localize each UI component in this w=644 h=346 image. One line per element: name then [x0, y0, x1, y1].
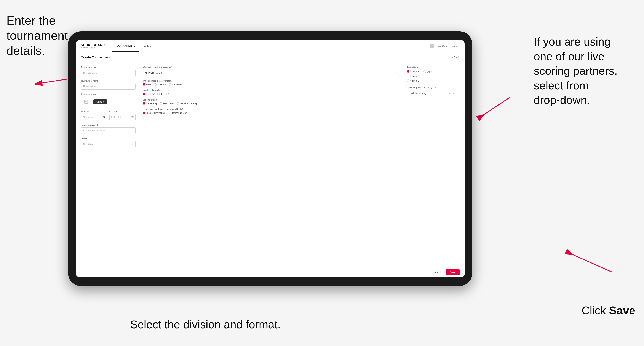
round-1[interactable]: 1: [143, 93, 148, 95]
radio-teams: [143, 112, 145, 114]
navbar-tabs: TOURNAMENTS TEAMS: [112, 40, 154, 52]
round-2[interactable]: 2: [150, 93, 155, 95]
save-button[interactable]: Save: [446, 269, 460, 275]
radio-round-4: [164, 93, 167, 95]
calendar-icon-2: 📅: [131, 116, 134, 119]
division-select[interactable]: NCAA Division I: [143, 70, 400, 76]
event-type-radio-group: Teams (+Individuals) Individuals Only: [143, 112, 400, 114]
radio-round-3: [157, 93, 160, 95]
date-group: Start date Pick a date 📅 End date Pick a…: [81, 111, 136, 120]
svg-point-6: [85, 101, 86, 102]
arrow-topright: [471, 93, 514, 136]
navbar: SCOREBOARD Powered by clippit TOURNAMENT…: [76, 40, 465, 52]
logo-upload-area: Upload: [81, 97, 136, 107]
tablet-screen: SCOREBOARD Powered by clippit TOURNAMENT…: [76, 40, 465, 277]
venue-placeholder: Search golf club: [83, 143, 100, 145]
live-scoring-value: Leaderboard King: [409, 92, 426, 95]
date-row: Start date Pick a date 📅 End date Pick a…: [81, 111, 136, 120]
live-scoring-label: Use third-party live scoring API?: [407, 86, 456, 89]
radio-medal-match-play: [176, 102, 179, 105]
round-4[interactable]: 4: [164, 93, 169, 95]
format-other-option: Other: [424, 70, 432, 82]
dropdown-icon[interactable]: ▾: [453, 92, 454, 95]
content-area: Create Tournament ‹ Back Tournament Host…: [76, 52, 465, 267]
radio-stroke-play: [143, 102, 145, 105]
division-label: Which division is the event for?: [143, 66, 400, 69]
tournament-host-group: Tournament Host Search team: [81, 66, 136, 76]
start-date-input[interactable]: Pick a date 📅: [81, 114, 107, 120]
page-header: Create Tournament ‹ Back: [76, 52, 465, 62]
name-label: Tournament name: [81, 80, 136, 82]
live-scoring-group: Use third-party live scoring API? Leader…: [407, 86, 456, 96]
cancel-button[interactable]: Cancel: [430, 269, 444, 275]
logo-label: Tournament logo: [81, 93, 136, 95]
end-date-placeholder: Pick a date: [111, 116, 122, 119]
rounds-label: Number of rounds: [143, 89, 400, 92]
radio-6count4: [407, 75, 410, 77]
signout-link[interactable]: Sign out: [451, 45, 460, 47]
sponsor-label: Sponsor (optional): [81, 124, 136, 126]
round-3[interactable]: 3: [157, 93, 162, 95]
separator: |: [452, 92, 452, 95]
live-scoring-select[interactable]: Leaderboard King ✕ | ▾: [407, 90, 456, 96]
avatar: [430, 44, 434, 48]
upload-button[interactable]: Upload: [94, 99, 107, 104]
radio-5count4: [407, 70, 410, 73]
gender-radio-group: Mens Womens Combined: [143, 83, 400, 86]
brand-sub: Powered by clippit: [81, 47, 105, 49]
gender-combined[interactable]: Combined: [168, 83, 182, 86]
form-col-1: Tournament Host Search team Tournament n…: [81, 66, 139, 251]
host-label: Tournament Host: [81, 66, 136, 69]
back-link[interactable]: ‹ Back: [452, 56, 460, 59]
radio-womens: [154, 83, 156, 86]
scoring-stroke-play[interactable]: Stroke Play: [143, 102, 157, 105]
venue-input[interactable]: Search golf club: [81, 141, 136, 147]
rounds-radio-group: 1 2 3 4: [143, 93, 400, 95]
radio-6count5: [407, 79, 410, 82]
form-col-3: Format type 5 count 4 6 count 4: [404, 66, 460, 251]
radio-round-1: [143, 93, 145, 95]
gender-mens[interactable]: Mens: [143, 83, 151, 86]
format-type-group: Format type 5 count 4 6 count 4: [407, 66, 456, 82]
division-group: Which division is the event for? NCAA Di…: [143, 66, 400, 76]
end-date-label: End date: [110, 111, 136, 113]
sponsor-placeholder: Enter sponsor name: [83, 129, 105, 132]
format-6count4[interactable]: 6 count 4: [407, 75, 419, 77]
end-date-input[interactable]: Pick a date 📅: [110, 114, 136, 120]
brand: SCOREBOARD Powered by clippit: [81, 43, 105, 49]
annotation-topright: If you are using one of our live scoring…: [534, 34, 638, 108]
host-placeholder: Search team: [83, 72, 97, 74]
event-individuals[interactable]: Individuals Only: [168, 112, 188, 114]
annotation-bottom-center: Select the division and format.: [97, 317, 314, 332]
name-placeholder: Enter name: [83, 85, 96, 88]
annotation-bottom-right: Click Save: [582, 303, 635, 318]
format-other[interactable]: Other: [424, 70, 432, 73]
radio-other: [424, 70, 426, 73]
tab-teams[interactable]: TEAMS: [139, 40, 154, 52]
logo-preview: [81, 97, 91, 107]
tablet: SCOREBOARD Powered by clippit TOURNAMENT…: [68, 31, 472, 286]
gender-womens[interactable]: Womens: [154, 83, 166, 86]
radio-round-2: [150, 93, 152, 95]
gender-label: Which gender is the event for?: [143, 80, 400, 82]
scoring-match-play[interactable]: Match Play: [160, 102, 174, 105]
format-5count4[interactable]: 5 count 4: [407, 70, 419, 73]
venue-group: Venue Search golf club: [81, 137, 136, 147]
tab-tournaments[interactable]: TOURNAMENTS: [112, 40, 138, 52]
event-teams[interactable]: Teams (+Individuals): [143, 112, 166, 114]
user-label: Test User |: [437, 45, 448, 47]
name-input[interactable]: Enter name: [81, 83, 136, 90]
arrow-save: [562, 237, 616, 281]
scoring-medal-match-play[interactable]: Medal Match Play: [176, 102, 197, 105]
tournament-name-group: Tournament name Enter name: [81, 80, 136, 90]
start-date-group: Start date Pick a date 📅: [81, 111, 107, 120]
page-title: Create Tournament: [81, 55, 110, 59]
sponsor-input[interactable]: Enter sponsor name: [81, 127, 136, 134]
format-6count5[interactable]: 6 count 5: [407, 79, 419, 82]
form-col-2: Which division is the event for? NCAA Di…: [139, 66, 404, 251]
host-input[interactable]: Search team: [81, 70, 136, 76]
scoring-label: Scoring system: [143, 99, 400, 101]
radio-match-play: [160, 102, 162, 105]
radio-individuals: [168, 112, 171, 114]
clear-icon[interactable]: ✕: [449, 92, 451, 94]
